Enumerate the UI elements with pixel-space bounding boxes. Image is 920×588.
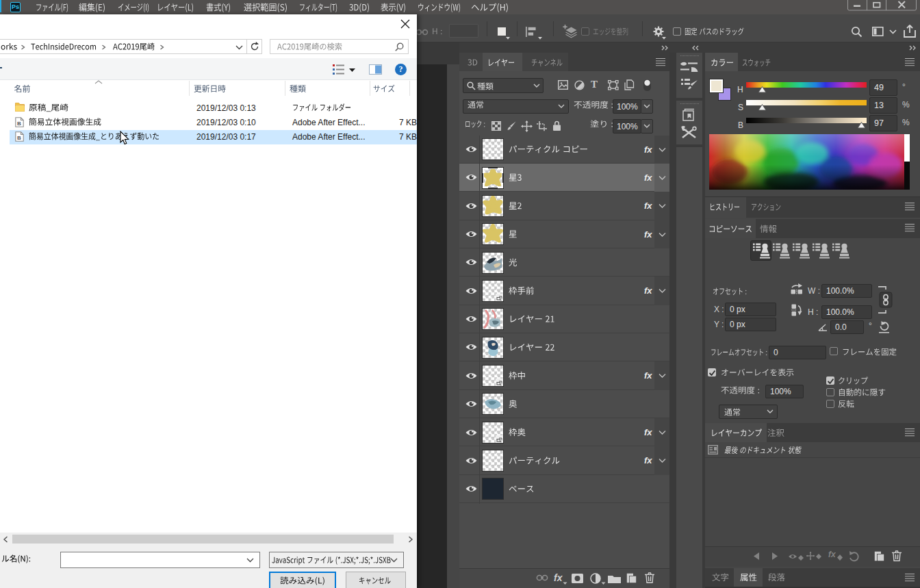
- svg-text:B: B: [17, 120, 21, 127]
- svg-text:B: B: [17, 135, 21, 141]
